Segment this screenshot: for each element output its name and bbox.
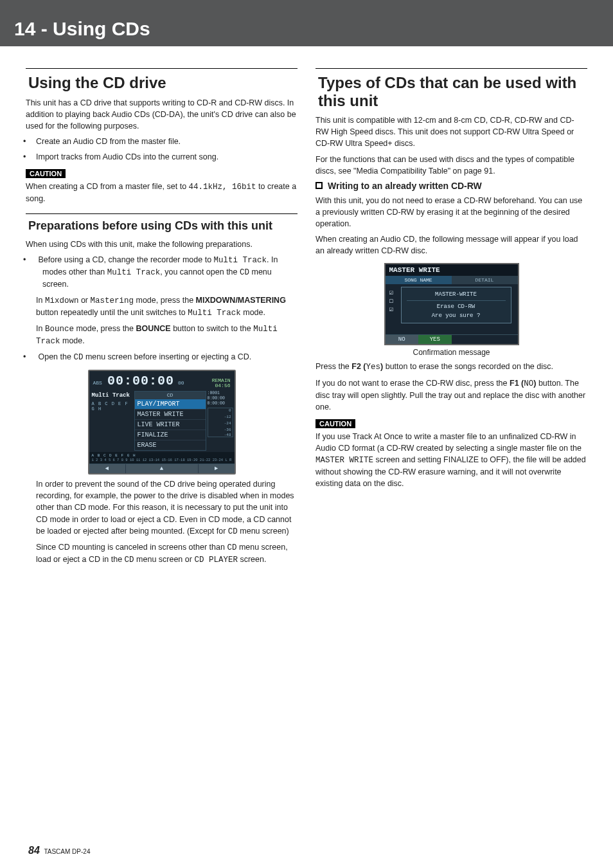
page-footer: 84 TASCAM DP-24: [28, 845, 90, 856]
sub-paragraph: Since CD mounting is canceled in screens…: [36, 541, 298, 566]
section-heading: Using the CD drive: [28, 74, 298, 92]
bold-text: BOUNCE: [136, 324, 171, 333]
text: In: [36, 324, 45, 333]
square-bullet-icon: [315, 182, 323, 189]
no-button[interactable]: NO: [386, 335, 419, 344]
rule: [315, 68, 587, 69]
level-meter: 0 -12 -24 -36 -48: [208, 408, 233, 437]
mono-text: CD: [240, 268, 249, 277]
mono-text: CD: [73, 353, 83, 362]
text: Since CD mounting is canceled in screens…: [36, 543, 227, 552]
mono-text: CD: [125, 556, 134, 565]
cd-menu: CD PLAY/IMPORT MASTER WRITE LIVE WRITER …: [134, 391, 206, 451]
paragraph: This unit is compatible with 12-cm and 8…: [315, 114, 587, 149]
figure-caption: Confirmation message: [315, 348, 587, 357]
time-display: 00:00:00: [107, 374, 174, 388]
bold-text: F2 (: [351, 362, 366, 371]
text: If you do not want to erase the CD-RW di…: [315, 379, 510, 388]
mono-text: NO: [524, 379, 533, 388]
mini-heading-text: Writing to an already written CD-RW: [328, 181, 482, 191]
nav-up-icon[interactable]: ▲: [126, 464, 199, 473]
menu-header: CD: [135, 392, 206, 399]
menu-item-play-import[interactable]: PLAY/IMPORT: [135, 399, 206, 409]
counter-3: 0:00:00: [208, 401, 233, 406]
chapter-title: 14 - Using CDs: [14, 18, 599, 40]
mono-text: CD PLAYER: [194, 556, 238, 565]
text: Open the: [38, 352, 73, 361]
text: menu screen or: [134, 555, 195, 564]
sub-paragraph: In Mixdown or Mastering mode, press the …: [36, 294, 298, 319]
left-column: Using the CD drive This unit has a CD dr…: [26, 64, 298, 570]
meter-tick: -12: [224, 415, 231, 419]
paragraph: When creating an Audio CD, the following…: [315, 233, 587, 257]
meter-tick: -36: [224, 428, 231, 432]
paragraph: When using CDs with this unit, make the …: [26, 239, 298, 250]
bottom-letters: A B C D E F G H: [92, 453, 232, 458]
spacer: [452, 335, 485, 344]
dialog-line: Erase CD-RW: [402, 302, 511, 311]
menu-item-erase[interactable]: ERASE: [135, 440, 206, 450]
meter-tick: -24: [224, 421, 231, 426]
text: When creating a CD from a master file, s…: [26, 182, 189, 191]
dialog-title: MASTER WRITE: [386, 264, 518, 276]
bold-text: F1 (: [510, 379, 524, 388]
tab-song-name[interactable]: SONG NAME: [386, 276, 452, 284]
mode-label: Multi Track: [92, 392, 132, 399]
counter-2: 0:00:00: [208, 396, 233, 401]
menu-item-finalize[interactable]: FINALIZE: [135, 429, 206, 440]
text: or: [78, 296, 90, 305]
meter-tick: -48: [224, 433, 231, 437]
subsection-heading: Preparations before using CDs with this …: [28, 219, 298, 233]
mono-text: Mixdown: [45, 296, 79, 305]
mono-text: Yes: [366, 363, 381, 372]
paragraph: This unit has a CD drive that supports w…: [26, 97, 298, 132]
text: Before using a CD, change the recorder m…: [38, 255, 213, 264]
rule: [26, 68, 298, 69]
confirm-dialog: MASTER-WRITE Erase CD-RW Are you sure ?: [401, 287, 511, 323]
yes-button[interactable]: YES: [418, 335, 452, 344]
tab-detail[interactable]: DETAIL: [452, 276, 518, 284]
bullet-item: Before using a CD, change the recorder m…: [36, 254, 298, 290]
chapter-banner: 14 - Using CDs: [0, 0, 613, 46]
text: In: [36, 296, 45, 305]
screenshot-cd-menu: ABS 00:00:00 00 REMAIN 04:56 Multi Track…: [88, 370, 236, 475]
mono-text: Bounce: [45, 325, 74, 334]
mono-text: CD: [228, 527, 238, 536]
text: button repeatedly until the unit switche…: [36, 308, 188, 317]
meter-tick: 0: [229, 408, 231, 413]
text: button to erase the songs recorded on th…: [383, 362, 553, 371]
mini-heading: Writing to an already written CD-RW: [315, 181, 587, 191]
nav-right-icon[interactable]: ►: [199, 464, 235, 473]
page-number: 84: [28, 845, 40, 856]
figure-cd-menu: ABS 00:00:00 00 REMAIN 04:56 Multi Track…: [26, 370, 298, 475]
text: mode, press the: [134, 296, 196, 305]
menu-item-live-writer[interactable]: LIVE WRITER: [135, 419, 206, 429]
screenshot-master-write: MASTER WRITE SONG NAME DETAIL ☑ ☐ ☑ MAST…: [384, 263, 519, 345]
mono-text: CD: [227, 543, 236, 552]
paragraph: With this unit, you do not need to erase…: [315, 195, 587, 230]
caution-text: When creating a CD from a master file, s…: [26, 181, 298, 204]
menu-item-master-write[interactable]: MASTER WRITE: [135, 409, 206, 419]
time-ms: 00: [178, 380, 184, 386]
right-column: Types of CDs that can be used with this …: [315, 64, 587, 570]
bottom-numbers: 1 2 3 4 5 6 7 8 9 10 11 12 13-14 15-16 1…: [92, 458, 232, 462]
section-heading: Types of CDs that can be used with this …: [318, 74, 587, 109]
text: , you cannot open the: [160, 267, 240, 276]
sub-paragraph: In order to prevent the sound of the CD …: [36, 478, 298, 538]
text: button to switch to the: [171, 324, 254, 333]
rule: [26, 213, 298, 214]
mono-text: Multi Track: [214, 256, 267, 265]
caution-label: CAUTION: [315, 419, 355, 428]
bold-text: MIXDOWN/MASTERING: [196, 296, 286, 305]
abs-label: ABS: [93, 380, 102, 386]
mono-text: 44.1kHz, 16bit: [189, 183, 256, 192]
text: mode.: [60, 336, 85, 345]
text: screen.: [238, 555, 266, 564]
nav-left-icon[interactable]: ◄: [89, 464, 126, 473]
text: menu screen before inserting or ejecting…: [83, 352, 251, 361]
counter-1: :0001: [208, 391, 233, 396]
text: Press the: [315, 362, 351, 371]
paragraph: If you do not want to erase the CD-RW di…: [315, 377, 587, 413]
text: mode.: [241, 308, 265, 317]
track-letters: A B C D E F G H: [92, 401, 132, 411]
